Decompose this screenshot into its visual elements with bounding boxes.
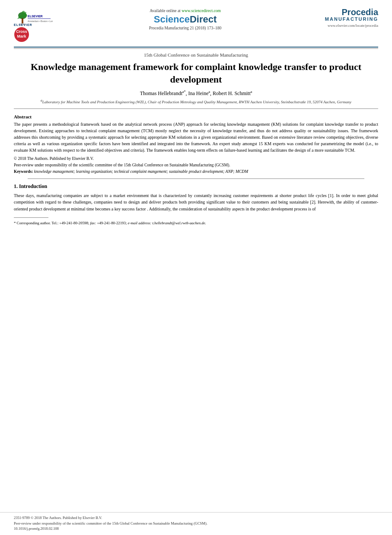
- procedia-subtitle: MANUFACTURING: [300, 16, 378, 22]
- footnote-fax-label: fax:: [90, 221, 96, 225]
- body: Abstract The paper presents a methodolog…: [0, 109, 392, 226]
- keywords-label: Keywords:: [14, 169, 33, 174]
- bottom-doi: 10.1016/j.promfg.2018.02.108: [14, 526, 378, 532]
- bottom-bar: 2351-9789 © 2018 The Authors. Published …: [0, 512, 392, 535]
- elsevier-logo: ELSEVIER Amsterdam • Boston • London ELS…: [14, 8, 53, 26]
- abstract-label: Abstract: [14, 114, 378, 119]
- footnote-star: * Corresponding author.: [14, 221, 51, 225]
- abstract-text: The paper presents a methodological fram…: [14, 121, 378, 153]
- header-divider-thin: [14, 48, 378, 49]
- procedia-title: Procedia: [300, 8, 378, 16]
- footnote: * Corresponding author. Tel.: +49-241-80…: [14, 220, 378, 226]
- copyright-line2: Peer-review under responsibility of the …: [14, 162, 378, 168]
- section1-title-text: Introduction: [19, 183, 47, 189]
- available-online-text: Available online at www.sciencedirect.co…: [70, 9, 300, 13]
- conference-title: 15th Global Conference on Sustainable Ma…: [14, 52, 378, 57]
- keywords-text: knowledge management; learning organizat…: [34, 169, 248, 174]
- page: ELSEVIER Amsterdam • Boston • London ELS…: [0, 0, 392, 535]
- svg-rect-6: [22, 19, 23, 23]
- authors: Thomas Hellebrandta*, Ina Heinea, Robert…: [14, 90, 378, 97]
- footnote-fax: +49-241-80-22193;: [97, 221, 127, 225]
- bottom-issn: 2351-9789 © 2018 The Authors. Published …: [14, 515, 378, 521]
- header-divider-thick: [14, 47, 378, 48]
- keywords: Keywords: knowledge management; learning…: [14, 169, 378, 175]
- procedia-logo: Procedia MANUFACTURING: [300, 8, 378, 22]
- sd-science-text: Science: [154, 14, 190, 25]
- bottom-peer-review: Peer-review under responsibility of the …: [14, 521, 378, 526]
- footnote-tel: +49-241-80-20598;: [59, 221, 89, 225]
- website-link[interactable]: www.sciencedirect.com: [182, 9, 221, 13]
- svg-text:ELSEVIER: ELSEVIER: [28, 15, 43, 18]
- header-center: Available online at www.sciencedirect.co…: [70, 8, 300, 30]
- author1-sup: a*: [182, 90, 186, 94]
- elsevier-website: www.elsevier.com/locate/procedia: [300, 23, 378, 28]
- svg-text:Amsterdam • Boston • London: Amsterdam • Boston • London: [28, 20, 53, 22]
- sciencedirect-logo: ScienceDirect: [154, 14, 217, 25]
- header: ELSEVIER Amsterdam • Boston • London ELS…: [0, 0, 392, 47]
- footnote-email-label: e-mail address:: [128, 221, 152, 225]
- sd-direct-text: Direct: [190, 14, 217, 25]
- affiliation-text: Laboratory for Machine Tools and Product…: [42, 100, 351, 104]
- author2-name: Ina Heine: [188, 90, 209, 96]
- header-left: ELSEVIER Amsterdam • Boston • London ELS…: [14, 8, 70, 42]
- affiliation: aLaboratory for Machine Tools and Produc…: [26, 99, 366, 105]
- section1-text: These days, manufacturing companies are …: [14, 192, 378, 213]
- paper-title: Knowledge management framework for compl…: [26, 61, 366, 86]
- crossmark-logo: Cross Mark: [14, 27, 29, 42]
- footnote-tel-label: Tel.:: [51, 221, 58, 225]
- journal-name: Procedia Manufacturing 21 (2018) 173–180: [70, 26, 300, 30]
- author3-name: Robert H. Schmitt: [213, 90, 251, 96]
- footnote-email: t.hellebrandt@wzl.rwth-aachen.de.: [152, 221, 206, 225]
- section1-title: 1. Introduction: [14, 183, 378, 190]
- section1-number: 1.: [14, 183, 18, 189]
- keywords-divider: [28, 178, 364, 179]
- svg-text:ELSEVIER: ELSEVIER: [14, 23, 32, 26]
- footnote-divider: [14, 217, 48, 218]
- author1-name: Thomas Hellebrandt: [140, 90, 182, 96]
- copyright-line1: © 2018 The Authors. Published by Elsevie…: [14, 156, 378, 162]
- svg-text:Cross: Cross: [16, 29, 27, 34]
- header-right: Procedia MANUFACTURING www.elsevier.com/…: [300, 8, 378, 28]
- author3-sup: a: [251, 90, 252, 94]
- svg-text:Mark: Mark: [17, 34, 26, 38]
